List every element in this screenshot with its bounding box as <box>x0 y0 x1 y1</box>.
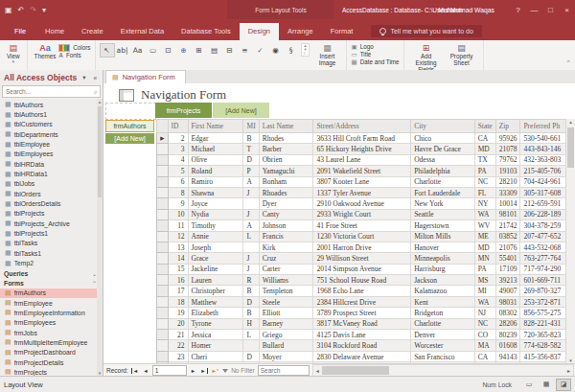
cell-first-name[interactable]: Cheri <box>188 351 243 361</box>
cell-city[interactable]: Denver <box>411 330 474 340</box>
cell-last-name[interactable]: Templeton <box>259 286 313 296</box>
record-search-box[interactable] <box>258 365 310 376</box>
document-tab-navigation-form[interactable]: ▤ Navigation Form <box>105 70 186 83</box>
fonts-button[interactable]: A Fonts <box>58 52 90 58</box>
cell-state[interactable]: MS <box>474 275 495 286</box>
button-control-icon[interactable]: ▭ <box>146 43 161 58</box>
cell-city[interactable]: Odessa <box>411 154 474 165</box>
record-selector[interactable] <box>157 253 169 264</box>
cell-street-address[interactable]: 1230 Victoria Court <box>313 231 411 242</box>
cell-street-address[interactable]: 41 Froe Street <box>313 220 411 231</box>
save-icon[interactable]: ▣ <box>5 6 12 14</box>
record-selector[interactable] <box>157 154 169 165</box>
combo-box-control-icon[interactable]: ⊟ <box>222 43 238 58</box>
column-header-first-name[interactable]: First Name <box>188 120 243 133</box>
cell-first-name[interactable]: Olive <box>188 154 243 165</box>
cell-street-address[interactable]: 2091 Wakefield Street <box>313 166 411 176</box>
cell-last-name[interactable]: Carter <box>259 264 313 274</box>
cell-id[interactable]: 5 <box>168 166 188 176</box>
cell-mi[interactable]: H <box>243 318 259 329</box>
cell-first-name[interactable]: Christopher <box>188 286 243 296</box>
cell-zip[interactable]: 98101 <box>495 209 520 219</box>
cell-street-address[interactable]: 3104 Rockford Road <box>313 340 411 351</box>
cell-mi[interactable]: J <box>243 187 259 197</box>
sidebar-item-tblOrdersDetails[interactable]: ▦tblOrdersDetails <box>0 198 103 208</box>
cell-first-name[interactable]: Ramiro <box>188 176 243 187</box>
scroll-left-icon[interactable]: ◄ <box>313 368 322 374</box>
customize-qat-icon[interactable]: ▾ <box>42 6 46 14</box>
column-header-mi[interactable]: MI <box>243 120 259 133</box>
help-button[interactable]: ? <box>510 0 526 19</box>
sidebar-section-queries[interactable]: Queries⌄ <box>0 268 103 278</box>
cell-id[interactable]: 2 <box>168 133 188 144</box>
sidebar-item-frmEmployees[interactable]: ▤frmEmployees <box>0 318 103 328</box>
cell-last-name[interactable]: Rhodes <box>259 133 313 144</box>
text-box-control-icon[interactable]: ab| <box>115 43 130 58</box>
sidebar-item-tblTasks1[interactable]: ▦tblTasks1 <box>0 248 103 258</box>
sidebar-section-forms[interactable]: Forms⌃ <box>0 278 103 288</box>
cell-state[interactable]: PA <box>474 264 495 274</box>
navigation-control-icon[interactable]: ▤ <box>207 43 222 58</box>
cell-last-name[interactable]: Johnson <box>259 220 313 231</box>
cell-id[interactable]: 6 <box>168 176 188 187</box>
layout-view-icon[interactable]: ◪ <box>556 379 571 391</box>
cell-zip[interactable]: 80239 <box>495 330 520 340</box>
nav-pane-dropdown-icon[interactable]: ▾ <box>80 74 87 81</box>
cell-state[interactable]: ME <box>474 231 495 242</box>
cell-city[interactable]: Kent <box>411 296 474 307</box>
minimize-button[interactable]: — <box>526 0 542 19</box>
cell-last-name[interactable]: Canty <box>259 209 313 219</box>
cell-mi[interactable]: A <box>243 176 259 187</box>
attachment-control-icon[interactable]: § <box>284 43 299 58</box>
cell-city[interactable]: New York <box>411 198 474 209</box>
tab-create[interactable]: Create <box>73 23 112 40</box>
cell-city[interactable]: Milton Mills <box>411 231 474 242</box>
cell-street-address[interactable]: 2933 Wright Court <box>313 209 411 219</box>
record-selector[interactable] <box>157 144 169 154</box>
cell-zip[interactable]: 17109 <box>495 264 520 274</box>
cell-state[interactable]: TX <box>474 154 495 165</box>
cell-state[interactable]: NC <box>474 318 495 329</box>
cell-last-name[interactable]: Obrien <box>259 154 313 165</box>
nav-tab-frmprojects[interactable]: frmProjects <box>155 103 212 118</box>
cell-first-name[interactable]: Joseph <box>188 242 243 252</box>
select-control-icon[interactable]: ↖ <box>100 43 115 58</box>
sidebar-item-tblAuthors[interactable]: ▦tblAuthors <box>0 100 103 109</box>
column-header-street-address[interactable]: Street/Address <box>313 120 411 133</box>
cell-state[interactable]: FL <box>474 187 495 197</box>
record-selector[interactable] <box>157 330 169 340</box>
cell-street-address[interactable]: 3807 Kooter Lane <box>313 176 411 187</box>
new-record-button[interactable]: ►* <box>211 368 220 374</box>
cell-zip[interactable]: 21742 <box>495 220 520 231</box>
cell-mi[interactable]: D <box>243 154 259 165</box>
tab-arrange[interactable]: Arrange <box>279 23 322 40</box>
vertical-scrollbar[interactable]: ▲ ▼ <box>565 119 575 364</box>
cell-mi[interactable]: L <box>243 231 259 242</box>
tab-database-tools[interactable]: Database Tools <box>172 23 240 40</box>
cell-first-name[interactable]: Joyce <box>188 198 243 209</box>
cell-first-name[interactable]: Jackeline <box>188 264 243 274</box>
cell-zip[interactable]: 95926 <box>495 133 520 144</box>
cell-last-name[interactable]: Francis <box>259 231 313 242</box>
cell-first-name[interactable]: Shawna <box>188 187 243 197</box>
cell-street-address[interactable]: 751 School House Road <box>313 275 411 286</box>
cell-zip[interactable]: 28210 <box>495 176 520 187</box>
cell-mi[interactable]: L <box>243 330 259 340</box>
cell-mi[interactable]: J <box>243 264 259 274</box>
cell-id[interactable]: 11 <box>168 220 188 231</box>
cell-first-name[interactable]: Timothy <box>188 220 243 231</box>
record-selector[interactable] <box>157 308 169 318</box>
datasheet-view-icon[interactable]: ▦ <box>539 379 554 391</box>
tell-me-box[interactable]: Tell me what you want to do <box>371 25 481 37</box>
cell-state[interactable]: MD <box>474 144 495 154</box>
sidebar-item-frmProjectDashboard[interactable]: ▤frmProjectDashboard <box>0 348 103 357</box>
cell-first-name[interactable]: Grace <box>188 253 243 264</box>
cell-first-name[interactable]: Matthew <box>188 296 243 307</box>
cell-last-name[interactable]: Bonham <box>259 176 313 187</box>
list-box-control-icon[interactable]: ≡ <box>238 43 253 58</box>
sidebar-item-Temp2[interactable]: ▦Temp2 <box>0 259 103 268</box>
user-name[interactable]: Muhammad Waqas <box>438 7 494 13</box>
cell-zip[interactable]: 55401 <box>495 253 520 264</box>
cell-state[interactable]: WA <box>474 209 495 219</box>
property-sheet-button[interactable]: ▤ Property Sheet <box>445 42 479 67</box>
